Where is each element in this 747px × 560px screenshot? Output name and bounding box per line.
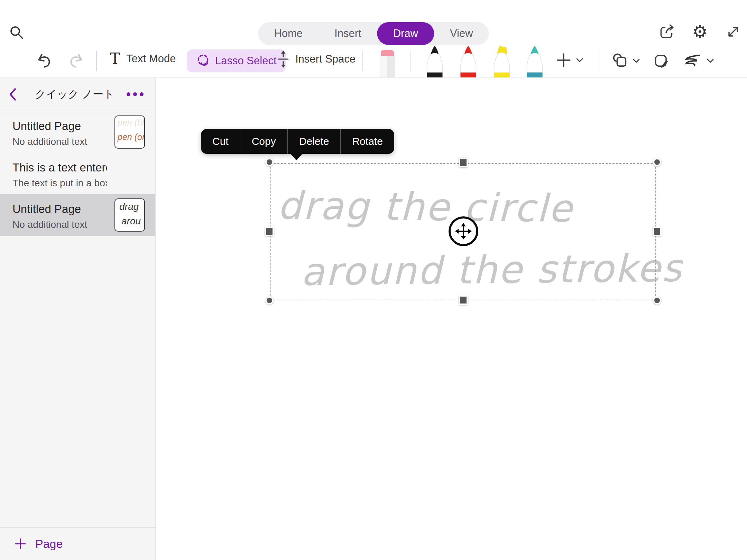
- note-canvas[interactable]: drag the circle around the strokes: [156, 78, 747, 560]
- lasso-select-button[interactable]: Lasso Select: [187, 49, 286, 72]
- share-icon: [658, 23, 675, 40]
- draw-toolbar: T Text Mode Lasso Select: [0, 45, 747, 78]
- page-thumbnail: pen (bl pen (ora: [114, 115, 145, 149]
- resize-handle-bottom-right[interactable]: [653, 296, 661, 305]
- sticky-note-button[interactable]: [652, 52, 670, 70]
- ellipsis-icon: [127, 92, 130, 96]
- share-button[interactable]: [658, 23, 676, 41]
- plus-icon: [15, 538, 26, 550]
- page-subtitle: The text is put in a box called…: [12, 178, 107, 189]
- add-page-button[interactable]: Page: [0, 527, 155, 560]
- context-menu-tail: [290, 153, 303, 160]
- tab-insert[interactable]: Insert: [319, 22, 377, 45]
- rotate-menu-item[interactable]: Rotate: [341, 129, 394, 154]
- eraser-tool[interactable]: [376, 49, 398, 78]
- window-actions: ⚙: [658, 23, 742, 41]
- tab-draw[interactable]: Draw: [377, 22, 434, 45]
- main-area: クイック ノート Untitled Page No additional tex…: [0, 78, 747, 560]
- chevron-down-icon: [633, 59, 640, 63]
- plus-icon: [556, 53, 571, 68]
- cut-menu-item[interactable]: Cut: [201, 129, 240, 154]
- page-subtitle: No additional text: [12, 136, 107, 147]
- redo-button[interactable]: [68, 53, 85, 70]
- undo-icon: [35, 53, 53, 70]
- note-pen-icon: [652, 52, 670, 70]
- page-list-item-selected[interactable]: Untitled Page No additional text drag ar…: [0, 194, 155, 236]
- lasso-label: Lasso Select: [215, 55, 277, 67]
- gear-icon: ⚙: [692, 23, 708, 40]
- redo-icon: [68, 53, 85, 70]
- onenote-app: Home Insert Draw View ⚙: [0, 0, 747, 560]
- insert-space-button[interactable]: Insert Space: [277, 50, 356, 68]
- lasso-icon: [196, 54, 210, 68]
- tab-home[interactable]: Home: [258, 22, 319, 45]
- move-selection-button[interactable]: [449, 216, 478, 246]
- search-icon: [8, 24, 26, 41]
- settings-button[interactable]: ⚙: [691, 23, 709, 41]
- tab-view[interactable]: View: [434, 22, 489, 45]
- eraser-icon: [376, 49, 398, 78]
- move-arrows-icon: [454, 222, 472, 240]
- lasso-selection-box[interactable]: [270, 163, 656, 299]
- delete-menu-item[interactable]: Delete: [288, 129, 341, 154]
- resize-handle-left[interactable]: [265, 226, 274, 236]
- resize-handle-bottom-left[interactable]: [265, 296, 274, 305]
- page-thumbnail: drag arou: [114, 198, 145, 232]
- undo-button[interactable]: [35, 53, 53, 70]
- resize-handle-right[interactable]: [653, 226, 662, 236]
- text-mode-icon: T: [110, 50, 120, 67]
- page-subtitle: No additional text: [12, 219, 107, 230]
- chevron-down-icon: [576, 58, 583, 63]
- squiggle-icon: [682, 53, 702, 68]
- resize-handle-top[interactable]: [459, 158, 468, 167]
- expand-icon: [725, 24, 741, 40]
- highlighter-tool[interactable]: [490, 45, 513, 78]
- search-button[interactable]: [8, 24, 26, 41]
- red-pen-tool[interactable]: [457, 45, 480, 78]
- more-options-button[interactable]: [127, 89, 144, 100]
- insert-space-icon: [277, 50, 290, 68]
- toolbar-divider: [96, 51, 97, 71]
- black-pen-tool[interactable]: [423, 45, 446, 78]
- ink-replay-button[interactable]: [682, 53, 714, 68]
- shapes-button[interactable]: [611, 52, 640, 70]
- page-title: Untitled Page: [12, 120, 107, 133]
- page-list-item[interactable]: Untitled Page No additional text pen (bl…: [0, 111, 155, 153]
- text-mode-button[interactable]: T Text Mode: [110, 50, 176, 67]
- add-pen-button[interactable]: [556, 53, 583, 68]
- ribbon-tabs: Home Insert Draw View: [258, 22, 489, 45]
- chevron-down-icon: [707, 59, 714, 63]
- add-page-label: Page: [35, 537, 63, 551]
- chevron-left-icon: [9, 88, 17, 101]
- sidebar-header: クイック ノート: [0, 78, 155, 111]
- galaxy-pen-tool[interactable]: [523, 45, 546, 78]
- selection-context-menu: Cut Copy Delete Rotate: [201, 129, 394, 154]
- fullscreen-button[interactable]: [724, 23, 742, 41]
- resize-handle-bottom[interactable]: [459, 295, 468, 305]
- resize-handle-top-left[interactable]: [265, 158, 274, 166]
- page-list-item[interactable]: This is a text entered in… The text is p…: [0, 153, 155, 194]
- back-button[interactable]: [9, 87, 23, 102]
- resize-handle-top-right[interactable]: [653, 158, 661, 166]
- shapes-icon: [611, 52, 629, 70]
- toolbar-divider: [599, 51, 599, 71]
- page-title: Untitled Page: [12, 203, 107, 216]
- page-list-sidebar: クイック ノート Untitled Page No additional tex…: [0, 78, 156, 560]
- toolbar-divider: [362, 51, 363, 71]
- page-title: This is a text entered in…: [12, 161, 107, 174]
- toolbar-divider: [411, 51, 411, 71]
- notebook-title: クイック ノート: [23, 87, 127, 102]
- copy-menu-item[interactable]: Copy: [240, 129, 287, 154]
- text-mode-label: Text Mode: [126, 53, 176, 65]
- insert-space-label: Insert Space: [295, 53, 356, 65]
- top-bar: Home Insert Draw View ⚙: [0, 0, 747, 45]
